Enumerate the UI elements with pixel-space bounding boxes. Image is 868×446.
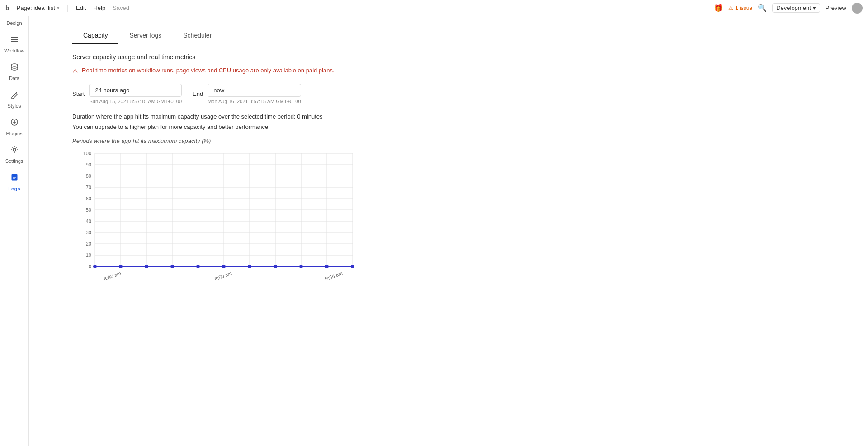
duration-text: Duration where the app hit its maximum c…	[72, 113, 854, 120]
svg-point-51	[145, 265, 148, 268]
time-range: Start Sun Aug 15, 2021 8:57:15 AM GMT+01…	[72, 84, 854, 104]
warning-text: Real time metrics on workflow runs, page…	[82, 67, 335, 74]
svg-point-55	[248, 265, 251, 268]
edit-button[interactable]: Edit	[76, 5, 86, 11]
svg-rect-5	[11, 39, 18, 40]
topnav-actions: 🎁 ⚠ 1 issue 🔍 Development ▾ Preview	[714, 3, 863, 14]
end-field: End Mon Aug 16, 2021 8:57:15 AM GMT+0100	[193, 84, 301, 104]
end-input[interactable]	[208, 84, 301, 97]
svg-text:10: 10	[86, 252, 91, 258]
end-sub: Mon Aug 16, 2021 8:57:15 AM GMT+0100	[208, 99, 301, 104]
sidebar-item-label: Plugins	[6, 131, 22, 136]
sidebar-item-label: Workflow	[4, 48, 24, 53]
upgrade-text: You can upgrade to a higher plan for mor…	[72, 123, 854, 130]
svg-point-59	[351, 265, 354, 268]
sidebar-item-label: Settings	[5, 158, 24, 164]
chart-container: 100 90 80 70 60 50 40 30 20 10 0	[72, 149, 362, 285]
logo: b	[5, 5, 9, 12]
svg-text:8:45 am: 8:45 am	[103, 270, 122, 282]
sidebar-item-settings[interactable]: Settings	[2, 142, 27, 167]
search-icon[interactable]: 🔍	[758, 4, 767, 12]
sidebar-item-label: Logs	[8, 186, 20, 191]
main-content: Capacity Server logs Scheduler Server ca…	[58, 16, 868, 295]
sidebar-item-workflow[interactable]: Workflow	[2, 31, 27, 57]
issue-label: 1 issue	[735, 5, 752, 11]
svg-text:60: 60	[86, 196, 91, 201]
help-button[interactable]: Help	[93, 5, 105, 11]
styles-icon	[10, 90, 19, 101]
svg-point-58	[325, 265, 329, 268]
svg-rect-6	[11, 41, 18, 42]
issue-badge[interactable]: ⚠ 1 issue	[728, 5, 752, 11]
user-avatar[interactable]	[852, 3, 863, 14]
svg-text:40: 40	[86, 218, 91, 224]
sidebar: Design Workflow Data Styles Plugins Sett…	[0, 0, 29, 446]
gift-icon[interactable]: 🎁	[714, 4, 723, 12]
workflow-icon	[10, 35, 19, 46]
svg-point-57	[299, 265, 303, 268]
svg-point-54	[222, 265, 226, 268]
page-title[interactable]: Page: idea_list ▾	[17, 5, 60, 11]
capacity-chart: 100 90 80 70 60 50 40 30 20 10 0	[72, 149, 362, 285]
svg-text:80: 80	[86, 173, 91, 179]
svg-text:8:50 am: 8:50 am	[214, 270, 232, 282]
warning-box: ⚠ Real time metrics on workflow runs, pa…	[72, 67, 854, 75]
start-field: Start Sun Aug 15, 2021 8:57:15 AM GMT+01…	[72, 84, 182, 104]
saved-status: Saved	[113, 5, 129, 11]
settings-icon	[10, 145, 19, 157]
sidebar-item-label: Data	[9, 76, 19, 81]
start-sub: Sun Aug 15, 2021 8:57:15 AM GMT+0100	[89, 99, 182, 104]
environment-selector[interactable]: Development ▾	[772, 3, 820, 13]
sidebar-item-data[interactable]: Data	[2, 59, 27, 85]
page-dropdown-arrow[interactable]: ▾	[57, 5, 60, 11]
svg-rect-4	[11, 37, 18, 38]
svg-text:90: 90	[86, 162, 91, 167]
svg-text:100: 100	[83, 151, 91, 156]
chart-label: Periods where the app hit its maxiumum c…	[72, 138, 854, 144]
start-label: Start	[72, 90, 85, 97]
svg-point-50	[119, 265, 123, 268]
sidebar-item-styles[interactable]: Styles	[2, 86, 27, 112]
tab-bar: Capacity Server logs Scheduler	[72, 27, 854, 44]
svg-text:50: 50	[86, 207, 91, 213]
end-label: End	[193, 90, 203, 97]
warning-triangle-icon: ⚠	[72, 67, 78, 75]
svg-text:20: 20	[86, 241, 91, 247]
data-icon	[10, 62, 19, 74]
sidebar-item-logs[interactable]: Logs	[2, 169, 27, 195]
svg-text:70: 70	[86, 185, 91, 190]
preview-button[interactable]: Preview	[826, 5, 846, 11]
start-input[interactable]	[89, 84, 182, 97]
svg-point-56	[274, 265, 277, 268]
warning-icon: ⚠	[728, 5, 733, 11]
main-wrapper: Capacity Server logs Scheduler Server ca…	[58, 16, 868, 446]
sidebar-item-label: Styles	[8, 103, 21, 109]
logs-icon	[10, 173, 19, 184]
svg-point-49	[93, 265, 97, 268]
svg-point-53	[196, 265, 200, 268]
topnav: b Page: idea_list ▾ | Edit Help Saved 🎁 …	[0, 0, 868, 16]
svg-text:8:55 am: 8:55 am	[325, 270, 343, 282]
sidebar-item-plugins[interactable]: Plugins	[2, 114, 27, 140]
tab-server-logs[interactable]: Server logs	[118, 27, 172, 44]
svg-point-7	[11, 64, 18, 66]
svg-point-52	[170, 265, 174, 268]
sidebar-item-label: Design	[6, 20, 22, 26]
plugins-icon	[10, 118, 19, 129]
svg-point-11	[13, 148, 16, 151]
section-title: Server capacity usage and real time metr…	[72, 53, 854, 61]
svg-text:30: 30	[86, 230, 91, 235]
tab-scheduler[interactable]: Scheduler	[172, 27, 222, 44]
tab-capacity[interactable]: Capacity	[72, 27, 118, 44]
svg-text:0: 0	[89, 264, 91, 269]
